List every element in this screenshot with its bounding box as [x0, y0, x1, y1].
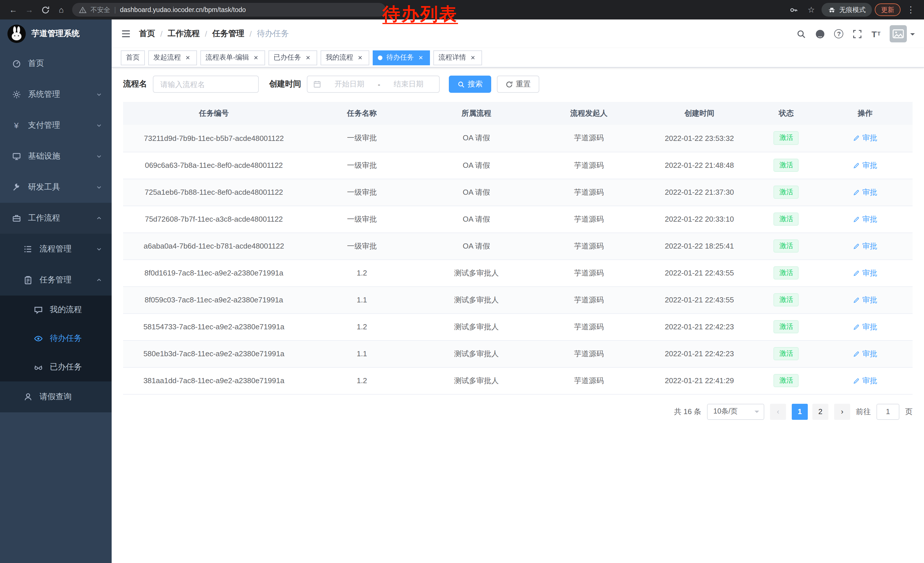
- col-action: 操作: [818, 102, 912, 125]
- github-button[interactable]: [816, 29, 825, 39]
- prev-icon: ‹: [777, 407, 780, 416]
- sidebar-item-leave-query[interactable]: 请假查询: [0, 381, 112, 412]
- breadcrumb-item-task-mgmt[interactable]: 任务管理: [212, 29, 244, 39]
- page-number-button[interactable]: 1: [792, 404, 808, 419]
- font-size-button[interactable]: TT: [872, 29, 880, 39]
- sidebar-item-my-process[interactable]: 我的流程: [0, 296, 112, 324]
- approve-link[interactable]: 审批: [853, 187, 877, 197]
- fullscreen-button[interactable]: [853, 29, 862, 39]
- sidebar-item-infra[interactable]: 基础设施: [0, 141, 112, 172]
- prev-page-button[interactable]: ‹: [770, 404, 786, 419]
- cell-initiator: 芋道源码: [534, 340, 644, 367]
- approve-link[interactable]: 审批: [853, 133, 877, 144]
- sidebar-item-dev-tools[interactable]: 研发工具: [0, 172, 112, 203]
- tab-close-icon[interactable]: ×: [304, 54, 312, 62]
- tab[interactable]: 发起流程 ×: [148, 50, 197, 65]
- cell-status: 激活: [754, 340, 818, 367]
- sidebar-item-label: 已办任务: [50, 362, 82, 372]
- chevron-up-icon: [96, 277, 102, 284]
- tab[interactable]: 已办任务 ×: [268, 50, 317, 65]
- process-name-input[interactable]: [153, 76, 259, 93]
- url-bar[interactable]: 不安全 | dashboard.yudao.iocoder.cn/bpm/tas…: [72, 3, 386, 17]
- status-badge: 激活: [774, 239, 799, 252]
- page-size-select[interactable]: 10条/页: [707, 404, 764, 419]
- header-search-button[interactable]: [796, 29, 806, 39]
- sidebar-item-payment[interactable]: ¥ 支付管理: [0, 110, 112, 141]
- approve-label: 审批: [862, 133, 877, 144]
- back-button[interactable]: ←: [6, 2, 21, 17]
- approve-link[interactable]: 审批: [853, 214, 877, 224]
- tab[interactable]: 流程表单-编辑 ×: [200, 50, 265, 65]
- glasses-icon: [33, 362, 43, 372]
- tab[interactable]: 流程详情 ×: [434, 50, 482, 65]
- approve-link[interactable]: 审批: [853, 321, 877, 332]
- sidebar-item-task-mgmt[interactable]: 任务管理: [0, 264, 112, 296]
- incognito-icon: [828, 6, 836, 14]
- sidebar-item-label: 系统管理: [28, 89, 60, 100]
- end-date-placeholder[interactable]: 结束日期: [384, 79, 434, 89]
- approve-link[interactable]: 审批: [853, 295, 877, 305]
- approve-link[interactable]: 审批: [853, 241, 877, 251]
- sidebar-toggle-button[interactable]: [121, 29, 131, 39]
- cell-status: 激活: [754, 179, 818, 206]
- search-button[interactable]: 搜索: [449, 76, 491, 93]
- reload-button[interactable]: [38, 2, 52, 17]
- app-logo[interactable]: 芋道管理系统: [0, 20, 112, 48]
- cell-process: OA 请假: [419, 206, 534, 233]
- password-key-button[interactable]: [786, 2, 801, 17]
- tab[interactable]: 首页 ×: [121, 50, 145, 65]
- cell-task-id: 58154733-7ac8-11ec-a9e2-a2380e71991a: [123, 313, 304, 340]
- sidebar-item-system[interactable]: 系统管理: [0, 79, 112, 110]
- forward-button[interactable]: →: [22, 2, 37, 17]
- tab[interactable]: 待办任务 ×: [373, 50, 430, 65]
- sidebar-item-todo-tasks[interactable]: 待办任务: [0, 324, 112, 353]
- tab-label: 我的流程: [326, 53, 353, 62]
- tab-close-icon[interactable]: ×: [417, 54, 425, 62]
- approve-label: 审批: [862, 187, 877, 197]
- edit-icon: [853, 350, 860, 357]
- tab-close-icon[interactable]: ×: [469, 54, 477, 62]
- security-label[interactable]: 不安全: [90, 6, 110, 14]
- sidebar: 芋道管理系统 首页 系统管理 ¥ 支付管理: [0, 20, 112, 563]
- reset-button[interactable]: 重置: [497, 76, 539, 93]
- bookmark-star-button[interactable]: ☆: [804, 2, 819, 17]
- browser-chrome: ← → ⌂ 不安全 | dashboard.yudao.iocoder.cn/b…: [0, 0, 924, 20]
- start-date-placeholder[interactable]: 开始日期: [325, 79, 374, 89]
- goto-page-input[interactable]: [876, 404, 899, 419]
- url-text[interactable]: dashboard.yudao.iocoder.cn/bpm/task/todo: [120, 6, 246, 13]
- approve-link[interactable]: 审批: [853, 375, 877, 386]
- date-range-picker[interactable]: 开始日期 - 结束日期: [307, 76, 440, 93]
- cell-status: 激活: [754, 260, 818, 286]
- table-row: 580e1b3d-7ac8-11ec-a9e2-a2380e71991a 1.1…: [123, 340, 912, 367]
- next-page-button[interactable]: ›: [834, 404, 850, 419]
- tab-label: 已办任务: [274, 53, 301, 62]
- home-button[interactable]: ⌂: [54, 2, 69, 17]
- approve-link[interactable]: 审批: [853, 160, 877, 170]
- page-number-button[interactable]: 2: [812, 404, 828, 419]
- help-button[interactable]: ?: [834, 29, 844, 38]
- tab-close-icon[interactable]: ×: [356, 54, 364, 62]
- cell-task-id: 8f059c03-7ac8-11ec-a9e2-a2380e71991a: [123, 286, 304, 313]
- tab-close-icon[interactable]: ×: [184, 54, 192, 62]
- cell-created: 2022-01-21 22:42:23: [644, 313, 754, 340]
- browser-menu-button[interactable]: ⋮: [903, 2, 918, 17]
- cell-task-name: 一级审批: [304, 233, 419, 260]
- tab[interactable]: 我的流程 ×: [321, 50, 369, 65]
- sidebar-item-process-mgmt[interactable]: 流程管理: [0, 234, 112, 264]
- approve-link[interactable]: 审批: [853, 268, 877, 278]
- sidebar-item-home[interactable]: 首页: [0, 48, 112, 79]
- approve-link[interactable]: 审批: [853, 348, 877, 359]
- tab-close-icon[interactable]: ×: [252, 54, 260, 62]
- cell-process: OA 请假: [419, 233, 534, 260]
- sidebar-item-done-tasks[interactable]: 已办任务: [0, 353, 112, 381]
- sidebar-item-workflow[interactable]: 工作流程: [0, 203, 112, 234]
- user-avatar[interactable]: [890, 25, 915, 42]
- breadcrumb-item-workflow[interactable]: 工作流程: [168, 29, 200, 39]
- status-badge: 激活: [774, 266, 799, 279]
- cell-action: 审批: [818, 206, 912, 233]
- cell-task-name: 一级审批: [304, 179, 419, 206]
- update-chip[interactable]: 更新: [875, 3, 900, 16]
- workflow-submenu: 流程管理 任务管理 我的流程: [0, 234, 112, 412]
- chevron-down-icon: [96, 246, 102, 252]
- breadcrumb-item-home[interactable]: 首页: [139, 29, 155, 39]
